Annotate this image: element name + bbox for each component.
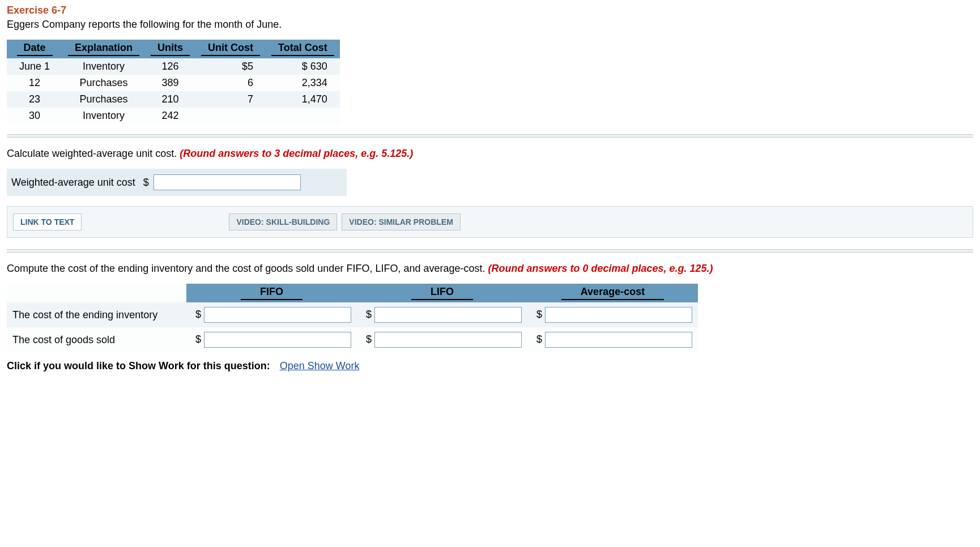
table-row: 23 Purchases 210 7 1,470 [7,91,340,108]
th-fifo: FIFO [186,284,357,302]
table-row: 30 Inventory 242 [7,108,340,124]
weighted-average-input[interactable] [154,174,301,190]
currency-symbol: $ [195,309,201,320]
cell-expl: Purchases [62,91,145,108]
part1-instruction: Calculate weighted-average unit cost. (R… [7,148,973,160]
table-row: The cost of goods sold $ $ $ [7,327,698,352]
cell-lifo: $ [357,302,527,327]
cell-expl: Inventory [62,58,145,75]
currency-symbol: $ [536,309,542,320]
cell-units: 242 [145,108,195,124]
currency-symbol: $ [366,309,372,320]
cell-unit-cost: $5 [195,58,266,75]
cell-date: 12 [7,75,62,91]
th-lifo: LIFO [357,284,527,302]
th-total-cost: Total Cost [266,40,340,58]
cell-unit-cost [195,108,266,124]
data-table: Date Explanation Units Unit Cost Total C… [7,40,340,124]
show-work-prefix: Click if you would like to Show Work for… [7,360,270,371]
th-average-cost: Average-cost [527,284,698,302]
ending-inventory-lifo-input[interactable] [374,307,522,323]
currency-symbol: $ [366,334,372,345]
table-row: The cost of the ending inventory $ $ $ [7,302,698,327]
exercise-title: Exercise 6-7 [7,5,973,16]
show-work-row: Click if you would like to Show Work for… [7,360,973,372]
cogs-average-input[interactable] [545,332,692,348]
cell-average: $ [527,327,698,352]
cell-fifo: $ [186,302,357,327]
cell-units: 126 [145,58,195,75]
link-to-text-button[interactable]: LINK TO TEXT [13,213,82,230]
cell-units: 389 [145,75,195,91]
cell-total: 1,470 [266,91,340,108]
instruction-hint: (Round answers to 0 decimal places, e.g.… [488,263,713,274]
th-unit-cost: Unit Cost [195,40,266,58]
divider [7,134,973,138]
open-show-work-link[interactable]: Open Show Work [280,360,360,371]
instruction-text: Calculate weighted-average unit cost. [7,148,180,159]
row-label: The cost of the ending inventory [7,302,186,327]
cell-unit-cost: 7 [195,91,266,108]
cell-date: June 1 [7,58,62,75]
cell-fifo: $ [186,327,357,352]
part2-instruction: Compute the cost of the ending inventory… [7,263,973,275]
currency-symbol: $ [195,334,201,345]
cogs-fifo-input[interactable] [204,332,351,348]
ending-inventory-average-input[interactable] [545,307,692,323]
currency-symbol: $ [143,177,149,189]
ending-inventory-fifo-input[interactable] [204,307,351,323]
instruction-hint: (Round answers to 3 decimal places, e.g.… [180,148,413,159]
divider [7,249,973,253]
link-bar: LINK TO TEXT VIDEO: SKILL-BUILDING VIDEO… [7,206,973,238]
cell-average: $ [527,302,698,327]
row-label: The cost of goods sold [7,327,186,352]
intro-text: Eggers Company reports the following for… [7,19,973,31]
compute-table: FIFO LIFO Average-cost The cost of the e… [7,284,698,352]
weighted-average-row: Weighted-average unit cost $ [7,169,347,196]
cell-total: 2,334 [266,75,340,91]
cell-expl: Purchases [62,75,145,91]
table-row: 12 Purchases 389 6 2,334 [7,75,340,91]
cell-lifo: $ [357,327,527,352]
weighted-average-label: Weighted-average unit cost [11,177,135,189]
cell-expl: Inventory [62,108,145,124]
th-explanation: Explanation [62,40,145,58]
th-blank [7,284,186,302]
cell-date: 30 [7,108,62,124]
video-skill-building-button[interactable]: VIDEO: SKILL-BUILDING [229,213,337,230]
cell-date: 23 [7,91,62,108]
th-units: Units [145,40,195,58]
cell-total [266,108,340,124]
cell-units: 210 [145,91,195,108]
cogs-lifo-input[interactable] [374,332,522,348]
th-date: Date [7,40,62,58]
cell-total: $ 630 [266,58,340,75]
instruction-text: Compute the cost of the ending inventory… [7,263,488,274]
table-row: June 1 Inventory 126 $5 $ 630 [7,58,340,75]
currency-symbol: $ [536,334,542,345]
cell-unit-cost: 6 [195,75,266,91]
video-similar-problem-button[interactable]: VIDEO: SIMILAR PROBLEM [342,213,461,230]
